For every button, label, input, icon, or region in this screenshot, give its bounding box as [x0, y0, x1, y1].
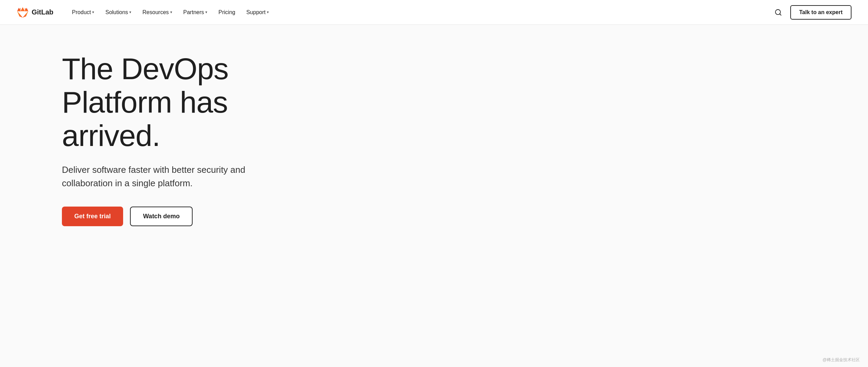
hero-title: The DevOps Platform has arrived. — [62, 52, 303, 152]
solutions-chevron-icon: ▾ — [129, 10, 131, 14]
gitlab-fox-icon — [17, 6, 29, 19]
product-chevron-icon: ▾ — [92, 10, 94, 14]
navbar-actions: Talk to an expert — [772, 5, 851, 20]
svg-line-1 — [780, 14, 781, 15]
search-button[interactable] — [772, 6, 785, 19]
nav-partners[interactable]: Partners ▾ — [178, 7, 212, 18]
hero-subtitle: Deliver software faster with better secu… — [62, 163, 254, 190]
nav-support[interactable]: Support ▾ — [241, 7, 274, 18]
partners-chevron-icon: ▾ — [205, 10, 207, 14]
nav-product[interactable]: Product ▾ — [67, 7, 99, 18]
support-chevron-icon: ▾ — [267, 10, 269, 14]
navbar: GitLab Product ▾ Solutions ▾ Resources ▾… — [0, 0, 868, 25]
hero-buttons: Get free trial Watch demo — [62, 207, 465, 226]
nav-items: Product ▾ Solutions ▾ Resources ▾ Partne… — [67, 7, 772, 18]
talk-to-expert-button[interactable]: Talk to an expert — [790, 5, 851, 20]
nav-resources[interactable]: Resources ▾ — [138, 7, 177, 18]
nav-solutions[interactable]: Solutions ▾ — [100, 7, 136, 18]
brand-logo[interactable]: GitLab — [17, 6, 53, 19]
hero-section: The DevOps Platform has arrived. Deliver… — [0, 25, 481, 247]
nav-pricing[interactable]: Pricing — [214, 7, 240, 18]
get-free-trial-button[interactable]: Get free trial — [62, 207, 123, 226]
watch-demo-button[interactable]: Watch demo — [130, 207, 193, 226]
resources-chevron-icon: ▾ — [170, 10, 172, 14]
search-icon — [774, 9, 782, 16]
watermark: @稀土掘金技术社区 — [823, 357, 860, 363]
brand-name: GitLab — [32, 8, 53, 16]
